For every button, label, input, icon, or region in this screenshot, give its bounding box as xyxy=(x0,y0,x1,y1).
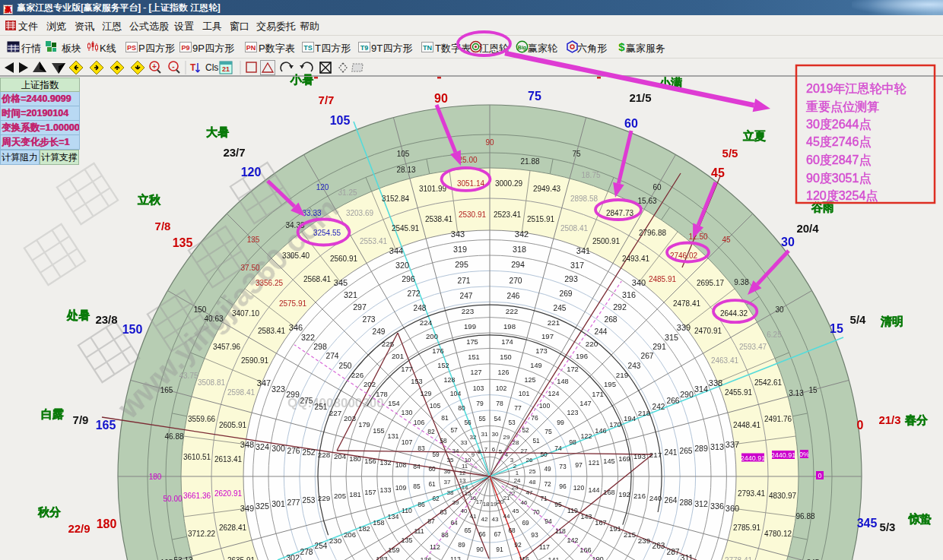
svg-text:290: 290 xyxy=(680,390,694,399)
svg-text:135: 135 xyxy=(173,236,193,249)
svg-text:141: 141 xyxy=(548,556,560,560)
svg-text:立夏: 立夏 xyxy=(742,129,766,142)
svg-text:149: 149 xyxy=(530,362,541,369)
svg-text:25.00: 25.00 xyxy=(458,156,477,164)
svg-text:267: 267 xyxy=(640,352,653,360)
svg-text:98: 98 xyxy=(569,438,576,446)
svg-text:51: 51 xyxy=(532,437,540,445)
svg-text:21.88: 21.88 xyxy=(520,157,539,166)
svg-text:53: 53 xyxy=(508,419,516,426)
svg-text:193: 193 xyxy=(633,452,646,460)
svg-text:89: 89 xyxy=(458,541,465,549)
svg-text:195: 195 xyxy=(604,380,616,388)
svg-text:297: 297 xyxy=(353,302,367,312)
svg-text:2575.91: 2575.91 xyxy=(279,299,307,308)
svg-text:249: 249 xyxy=(373,327,386,336)
svg-text:126: 126 xyxy=(498,369,510,376)
svg-text:337: 337 xyxy=(726,440,739,449)
svg-text:293: 293 xyxy=(564,274,578,283)
svg-text:133: 133 xyxy=(380,486,392,494)
svg-text:28: 28 xyxy=(513,439,519,446)
svg-text:87: 87 xyxy=(427,517,435,525)
svg-text:215: 215 xyxy=(624,530,636,539)
svg-text:3356.25: 3356.25 xyxy=(256,279,284,287)
svg-text:3712.22: 3712.22 xyxy=(188,530,216,538)
svg-text:223: 223 xyxy=(462,307,475,315)
svg-text:292: 292 xyxy=(613,302,627,312)
svg-text:21/3: 21/3 xyxy=(878,413,900,426)
svg-text:269: 269 xyxy=(559,289,572,298)
svg-text:3051.14: 3051.14 xyxy=(457,179,485,188)
svg-text:45: 45 xyxy=(513,508,519,514)
svg-text:春分: 春分 xyxy=(904,413,928,426)
svg-text:2455.91: 2455.91 xyxy=(725,388,753,397)
svg-text:46.88: 46.88 xyxy=(164,432,183,441)
svg-text:45: 45 xyxy=(722,236,731,244)
svg-text:3101.99: 3101.99 xyxy=(419,185,447,193)
svg-text:171: 171 xyxy=(592,390,604,398)
svg-text:273: 273 xyxy=(362,315,375,324)
svg-text:277: 277 xyxy=(287,498,300,507)
svg-text:52: 52 xyxy=(522,426,529,434)
svg-text:154: 154 xyxy=(388,400,399,407)
svg-text:2553.41: 2553.41 xyxy=(360,237,388,245)
svg-text:37: 37 xyxy=(444,479,451,486)
svg-text:22/9: 22/9 xyxy=(68,522,90,535)
svg-text:60: 60 xyxy=(652,183,662,191)
svg-text:268: 268 xyxy=(604,315,617,324)
svg-text:135: 135 xyxy=(247,236,260,244)
svg-text:39: 39 xyxy=(452,499,459,506)
svg-text:3661.36: 3661.36 xyxy=(183,492,211,500)
svg-text:180: 180 xyxy=(97,517,117,530)
svg-text:2538.41: 2538.41 xyxy=(425,215,453,223)
svg-text:295: 295 xyxy=(455,260,468,269)
svg-text:340: 340 xyxy=(632,278,646,287)
svg-text:136: 136 xyxy=(421,556,432,560)
svg-text:7: 7 xyxy=(484,446,487,453)
svg-text:4830.97: 4830.97 xyxy=(769,492,797,500)
svg-text:180: 180 xyxy=(149,473,162,481)
svg-text:43: 43 xyxy=(492,516,499,523)
svg-text:294: 294 xyxy=(511,260,525,269)
svg-text:44: 44 xyxy=(503,513,510,520)
svg-text:302: 302 xyxy=(286,553,300,560)
svg-text:198: 198 xyxy=(503,322,516,331)
svg-text:156: 156 xyxy=(364,457,376,465)
svg-text:3610.51: 3610.51 xyxy=(183,453,211,461)
svg-text:113: 113 xyxy=(450,555,461,560)
svg-text:128: 128 xyxy=(444,376,456,384)
svg-text:2: 2 xyxy=(513,463,516,470)
svg-text:15: 15 xyxy=(808,386,818,394)
svg-text:80: 80 xyxy=(458,404,465,412)
svg-text:315: 315 xyxy=(665,333,678,342)
svg-text:3.13: 3.13 xyxy=(789,389,804,397)
svg-text:220: 220 xyxy=(586,340,599,348)
svg-text:6: 6 xyxy=(492,446,495,453)
svg-text:3508.81: 3508.81 xyxy=(198,378,226,387)
svg-text:317: 317 xyxy=(570,261,584,270)
svg-text:77: 77 xyxy=(514,404,522,412)
svg-text:148: 148 xyxy=(557,378,568,385)
svg-text:200: 200 xyxy=(426,332,438,340)
svg-text:145: 145 xyxy=(603,457,614,465)
svg-text:73: 73 xyxy=(559,463,567,470)
svg-text:201: 201 xyxy=(392,352,404,360)
svg-text:143: 143 xyxy=(581,513,592,520)
svg-text:2530.91: 2530.91 xyxy=(459,210,487,219)
svg-text:228: 228 xyxy=(318,451,331,459)
svg-text:100: 100 xyxy=(539,402,551,410)
svg-text:60: 60 xyxy=(624,117,638,130)
svg-text:296: 296 xyxy=(402,274,415,283)
svg-text:105: 105 xyxy=(397,150,410,158)
svg-text:12.50: 12.50 xyxy=(688,233,707,241)
svg-text:5/5: 5/5 xyxy=(722,147,738,160)
svg-text:26: 26 xyxy=(526,457,533,464)
svg-text:2628.41: 2628.41 xyxy=(219,524,247,532)
svg-text:2695.17: 2695.17 xyxy=(697,279,725,287)
svg-text:35: 35 xyxy=(447,457,454,464)
svg-text:78: 78 xyxy=(496,400,503,407)
svg-text:84: 84 xyxy=(413,463,421,470)
svg-text:83: 83 xyxy=(418,445,425,452)
svg-text:立秋: 立秋 xyxy=(137,193,161,206)
svg-text:275: 275 xyxy=(300,397,313,405)
